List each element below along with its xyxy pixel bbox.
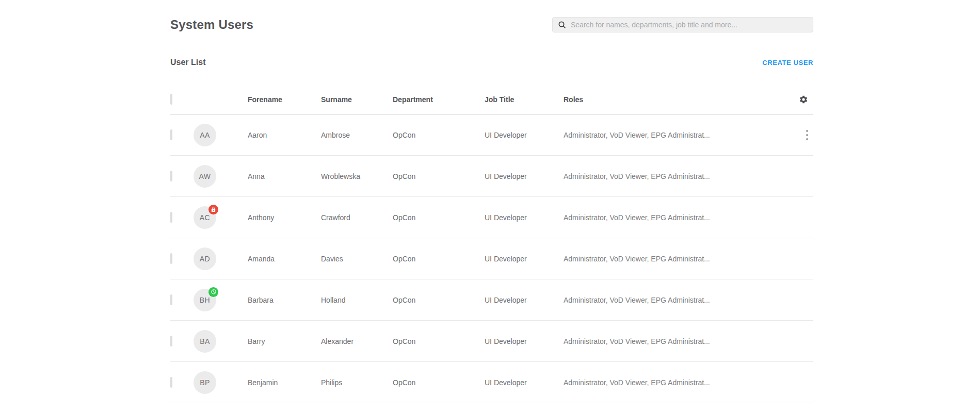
- table-row[interactable]: AD Amanda Davies OpCon UI Developer Admi…: [170, 238, 813, 279]
- search-input[interactable]: [571, 21, 808, 29]
- row-checkbox[interactable]: [170, 377, 172, 388]
- cell-roles: Administrator, VoD Viewer, EPG Administr…: [564, 337, 793, 345]
- avatar: AC: [194, 206, 216, 229]
- avatar: AD: [194, 247, 216, 270]
- cell-department: OpCon: [393, 378, 485, 387]
- row-menu-kebab-icon[interactable]: [806, 130, 808, 140]
- cell-job-title: UI Developer: [485, 255, 564, 263]
- cell-roles: Administrator, VoD Viewer, EPG Administr…: [564, 378, 793, 387]
- cell-department: OpCon: [393, 296, 485, 304]
- cell-surname: Alexander: [321, 337, 393, 345]
- cell-surname: Philips: [321, 378, 393, 387]
- cell-roles: Administrator, VoD Viewer, EPG Administr…: [564, 131, 793, 139]
- cell-surname: Wroblewska: [321, 172, 393, 180]
- cell-surname: Ambrose: [321, 131, 393, 139]
- column-header-roles[interactable]: Roles: [564, 95, 793, 104]
- main-content: System Users User List CREATE USER Foren…: [170, 0, 813, 403]
- cell-forename: Barry: [248, 337, 321, 345]
- table-row[interactable]: AA Aaron Ambrose OpCon UI Developer Admi…: [170, 114, 813, 156]
- cell-job-title: UI Developer: [485, 131, 564, 139]
- row-checkbox[interactable]: [170, 129, 172, 140]
- avatar-initials: AW: [194, 165, 216, 188]
- cell-job-title: UI Developer: [485, 337, 564, 345]
- cell-department: OpCon: [393, 213, 485, 222]
- user-list: AA Aaron Ambrose OpCon UI Developer Admi…: [170, 114, 813, 403]
- row-checkbox[interactable]: [170, 253, 172, 264]
- row-checkbox[interactable]: [170, 336, 172, 346]
- top-header-bar: System Users: [170, 17, 813, 32]
- table-settings-gear-icon[interactable]: [799, 95, 808, 104]
- cell-job-title: UI Developer: [485, 378, 564, 387]
- cell-surname: Crawford: [321, 213, 393, 222]
- table-header-row: Forename Surname Department Job Title Ro…: [170, 85, 813, 114]
- avatar-initials: AD: [194, 247, 216, 270]
- list-title: User List: [170, 58, 205, 67]
- row-checkbox[interactable]: [170, 171, 172, 181]
- table-row[interactable]: BH Barbara Holland OpCon UI Developer Ad…: [170, 279, 813, 321]
- select-all-checkbox[interactable]: [170, 94, 172, 105]
- table-row[interactable]: AW Anna Wroblewska OpCon UI Developer Ad…: [170, 156, 813, 197]
- cell-department: OpCon: [393, 337, 485, 345]
- cell-roles: Administrator, VoD Viewer, EPG Administr…: [564, 213, 793, 222]
- avatar-initials: AA: [194, 124, 216, 146]
- pending-clock-badge-icon: [208, 287, 218, 297]
- search-box[interactable]: [552, 17, 813, 32]
- avatar: AA: [194, 124, 216, 146]
- avatar: BA: [194, 330, 216, 353]
- table-row[interactable]: BP Benjamin Philips OpCon UI Developer A…: [170, 362, 813, 403]
- cell-surname: Holland: [321, 296, 393, 304]
- locked-badge-icon: [208, 205, 218, 214]
- cell-job-title: UI Developer: [485, 296, 564, 304]
- cell-department: OpCon: [393, 172, 485, 180]
- column-header-surname[interactable]: Surname: [321, 95, 393, 104]
- cell-roles: Administrator, VoD Viewer, EPG Administr…: [564, 296, 793, 304]
- page-title: System Users: [170, 18, 253, 32]
- cell-roles: Administrator, VoD Viewer, EPG Administr…: [564, 172, 793, 180]
- avatar-initials: BA: [194, 330, 216, 353]
- row-checkbox[interactable]: [170, 212, 172, 223]
- list-header: User List CREATE USER: [170, 58, 813, 67]
- table-row[interactable]: BA Barry Alexander OpCon UI Developer Ad…: [170, 321, 813, 362]
- cell-surname: Davies: [321, 255, 393, 263]
- row-checkbox[interactable]: [170, 294, 172, 305]
- table-row[interactable]: AC Anthony Crawford OpCon UI Developer A…: [170, 197, 813, 238]
- avatar: AW: [194, 165, 216, 188]
- avatar: BH: [194, 289, 216, 311]
- avatar-initials: BP: [194, 371, 216, 394]
- column-header-job-title[interactable]: Job Title: [485, 95, 564, 104]
- cell-forename: Amanda: [248, 255, 321, 263]
- cell-job-title: UI Developer: [485, 172, 564, 180]
- cell-forename: Anthony: [248, 213, 321, 222]
- cell-roles: Administrator, VoD Viewer, EPG Administr…: [564, 255, 793, 263]
- column-header-department[interactable]: Department: [393, 95, 485, 104]
- cell-job-title: UI Developer: [485, 213, 564, 222]
- cell-department: OpCon: [393, 255, 485, 263]
- cell-forename: Benjamin: [248, 378, 321, 387]
- cell-forename: Barbara: [248, 296, 321, 304]
- cell-forename: Aaron: [248, 131, 321, 139]
- avatar: BP: [194, 371, 216, 394]
- cell-forename: Anna: [248, 172, 321, 180]
- column-header-forename[interactable]: Forename: [248, 95, 321, 104]
- cell-department: OpCon: [393, 131, 485, 139]
- create-user-button[interactable]: CREATE USER: [762, 59, 813, 67]
- search-icon: [558, 21, 566, 29]
